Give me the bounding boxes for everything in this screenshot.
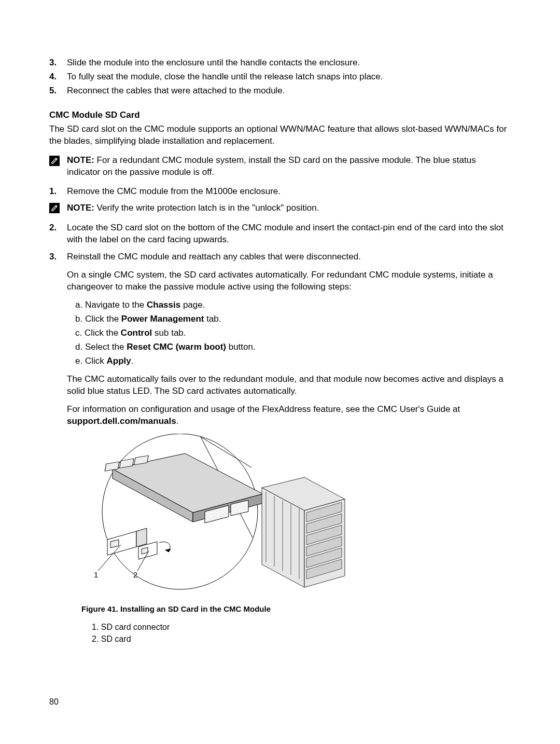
sub-step: c. Click the Control sub tab. bbox=[75, 327, 511, 339]
svg-marker-16 bbox=[165, 549, 171, 552]
list-item: 2. Locate the SD card slot on the bottom… bbox=[49, 222, 511, 246]
list-item: 4. To fully seat the module, close the h… bbox=[49, 71, 511, 83]
b: Reset CMC (warm boot) bbox=[127, 342, 226, 352]
item-text-cont: On a single CMC system, the SD card acti… bbox=[67, 269, 511, 293]
sub-steps: a. Navigate to the Chassis page. b. Clic… bbox=[75, 299, 511, 367]
intro-paragraph: The SD card slot on the CMC module suppo… bbox=[49, 123, 511, 147]
note-icon bbox=[49, 202, 67, 217]
t: button. bbox=[226, 342, 256, 352]
main-numbered-list-cont: 2. Locate the SD card slot on the bottom… bbox=[49, 222, 511, 646]
t: For information on configuration and usa… bbox=[67, 404, 460, 414]
t: tab. bbox=[204, 314, 221, 324]
note-text: NOTE: For a redundant CMC module system,… bbox=[67, 155, 511, 178]
item-body: Remove the CMC module from the M1000e en… bbox=[67, 186, 511, 198]
list-item: 3. Slide the module into the enclosure u… bbox=[49, 57, 511, 69]
item-body: Locate the SD card slot on the bottom of… bbox=[67, 222, 511, 246]
t: d. Select the bbox=[75, 342, 127, 352]
note-text: NOTE: Verify the write protection latch … bbox=[67, 202, 319, 214]
pencil-icon bbox=[49, 156, 60, 166]
t: c. Click the bbox=[75, 328, 121, 338]
main-numbered-list: 1. Remove the CMC module from the M1000e… bbox=[49, 186, 511, 198]
t: sub tab. bbox=[152, 328, 186, 338]
item-text: Remove the CMC module from the M1000e en… bbox=[67, 186, 281, 196]
item-body: Reinstall the CMC module and reattach an… bbox=[67, 251, 511, 646]
tail-paragraph: The CMC automatically fails over to the … bbox=[67, 374, 511, 397]
note-label: NOTE: bbox=[67, 155, 94, 165]
t: page. bbox=[180, 300, 205, 310]
tail-paragraph-2: For information on configuration and usa… bbox=[67, 404, 511, 428]
page-number: 80 bbox=[49, 696, 59, 708]
legend-item: 2. SD card bbox=[92, 633, 511, 645]
legend-item: 1. SD card connector bbox=[92, 622, 511, 633]
figure-caption: Figure 41. Installing an SD Card in the … bbox=[81, 604, 511, 614]
figure-illustration: 1 2 bbox=[81, 434, 351, 594]
list-item: 1. Remove the CMC module from the M1000e… bbox=[49, 186, 511, 198]
t: a. Navigate to the bbox=[75, 300, 147, 310]
pencil-icon bbox=[49, 203, 60, 213]
item-number: 2. bbox=[49, 222, 67, 246]
figure-legend: 1. SD card connector 2. SD card bbox=[92, 622, 511, 645]
note-block: NOTE: Verify the write protection latch … bbox=[49, 202, 511, 217]
note-label: NOTE: bbox=[67, 203, 94, 213]
t: e. Click bbox=[75, 356, 106, 366]
b: Chassis bbox=[147, 300, 180, 310]
t: . bbox=[131, 356, 134, 366]
b: Apply bbox=[106, 356, 131, 366]
item-text: Reconnect the cables that were attached … bbox=[67, 85, 285, 97]
callout-1: 1 bbox=[94, 570, 98, 580]
item-text: Slide the module into the enclosure unti… bbox=[67, 57, 360, 69]
item-number: 4. bbox=[49, 71, 67, 83]
note-body: Verify the write protection latch is in … bbox=[94, 203, 319, 213]
note-body: For a redundant CMC module system, insta… bbox=[67, 155, 476, 177]
item-text: Locate the SD card slot on the bottom of… bbox=[67, 223, 503, 244]
document-page: 3. Slide the module into the enclosure u… bbox=[0, 0, 560, 744]
sub-step: d. Select the Reset CMC (warm boot) butt… bbox=[75, 341, 511, 353]
url-bold: support.dell.com/manuals bbox=[67, 416, 176, 426]
note-block: NOTE: For a redundant CMC module system,… bbox=[49, 155, 511, 178]
item-text: Reinstall the CMC module and reattach an… bbox=[67, 251, 511, 263]
item-number: 1. bbox=[49, 186, 67, 198]
item-number: 3. bbox=[49, 251, 67, 646]
note-icon bbox=[49, 155, 67, 170]
t: . bbox=[176, 416, 179, 426]
item-text: To fully seat the module, close the hand… bbox=[67, 71, 383, 83]
svg-marker-13 bbox=[136, 528, 147, 547]
sd-card-install-illustration-icon bbox=[81, 434, 351, 594]
callout-2: 2 bbox=[133, 570, 137, 580]
item-number: 3. bbox=[49, 57, 67, 69]
t: b. Click the bbox=[75, 314, 121, 324]
sub-step: a. Navigate to the Chassis page. bbox=[75, 299, 511, 311]
sub-step: e. Click Apply. bbox=[75, 355, 511, 367]
list-item: 5. Reconnect the cables that were attach… bbox=[49, 85, 511, 97]
section-heading: CMC Module SD Card bbox=[49, 109, 511, 121]
top-numbered-list: 3. Slide the module into the enclosure u… bbox=[49, 57, 511, 97]
item-number: 5. bbox=[49, 85, 67, 97]
b: Power Management bbox=[121, 314, 204, 324]
sub-step: b. Click the Power Management tab. bbox=[75, 313, 511, 325]
list-item: 3. Reinstall the CMC module and reattach… bbox=[49, 251, 511, 646]
b: Control bbox=[121, 328, 152, 338]
